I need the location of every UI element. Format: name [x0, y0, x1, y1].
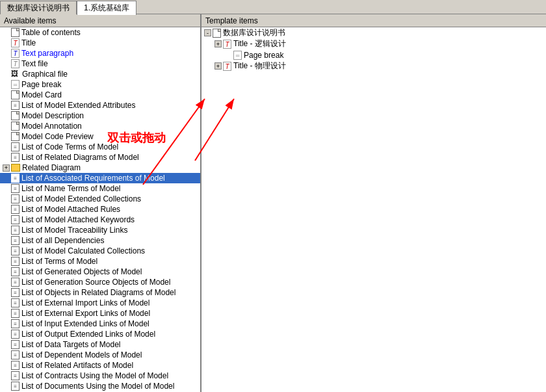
left-item-list-name-terms[interactable]: ≡List of Name Terms of Model: [0, 183, 200, 194]
left-pane: Available items Table of contentsTTitleT…: [0, 14, 202, 392]
left-item-list-related-diagrams[interactable]: ≡List of Related Diagrams of Model: [0, 152, 200, 163]
left-item-list-documents-using[interactable]: ≡List of Documents Using the Model of Mo…: [0, 381, 200, 391]
left-item-list-model-calc-coll[interactable]: ≡List of Model Calculated Collections: [0, 246, 200, 256]
right-item-label: Page break: [244, 51, 283, 60]
left-item-list-output-extended[interactable]: ≡List of Output Extended Links of Model: [0, 329, 200, 339]
item-label: Table of contents: [21, 28, 81, 37]
left-item-model-code-preview[interactable]: Model Code Preview: [0, 131, 200, 142]
right-item-0[interactable]: - 数据库设计说明书: [202, 27, 546, 38]
right-pane-content[interactable]: - 数据库设计说明书+TTitle - 逻辑设计═Page break+TTit…: [202, 27, 546, 392]
item-label: List of Model Calculated Collections: [21, 246, 145, 255]
right-pane-header: Template items: [202, 14, 546, 27]
right-item-label: Title - 逻辑设计: [233, 38, 286, 49]
item-label: Text file: [21, 59, 48, 68]
left-item-related-diagram[interactable]: +Related Diagram: [0, 163, 200, 173]
tab-active[interactable]: 1.系统基础库: [77, 1, 136, 15]
left-item-text-file[interactable]: TText file: [0, 59, 200, 69]
item-label: List of Code Terms of Model: [21, 142, 118, 151]
left-item-list-generation-source[interactable]: ≡List of Generation Source Objects of Mo…: [0, 277, 200, 287]
item-label: List of Documents Using the Model of Mod…: [21, 382, 174, 391]
item-label: List of Dependent Models of Model: [21, 350, 142, 359]
left-item-list-model-traceability[interactable]: ≡List of Model Traceability Links: [0, 225, 200, 235]
item-label: List of Contracts Using the Model of Mod…: [21, 371, 168, 380]
left-item-table-of-contents[interactable]: Table of contents: [0, 27, 200, 38]
item-label: Model Card: [21, 90, 62, 99]
item-label: List of Related Artifacts of Model: [21, 361, 133, 370]
left-item-graphical-file[interactable]: 🖼Graphical file: [0, 69, 200, 79]
item-label: List of Associated Requirements of Model: [21, 174, 165, 183]
left-item-list-related-artifacts[interactable]: ≡List of Related Artifacts of Model: [0, 360, 200, 371]
item-label: List of Data Targets of Model: [21, 340, 121, 349]
left-item-list-code-terms[interactable]: ≡List of Code Terms of Model: [0, 142, 200, 152]
left-item-list-data-targets[interactable]: ≡List of Data Targets of Model: [0, 339, 200, 350]
item-label: List of Output Extended Links of Model: [21, 330, 155, 339]
left-item-list-model-attached-rules[interactable]: ≡List of Model Attached Rules: [0, 204, 200, 215]
item-label: Model Annotation: [21, 122, 82, 131]
item-label: List of all Dependencies: [21, 236, 104, 245]
right-pane: Template items - 数据库设计说明书+TTitle - 逻辑设计═…: [202, 14, 546, 392]
left-item-list-external-export[interactable]: ≡List of External Export Links of Model: [0, 308, 200, 319]
left-item-list-contracts-using[interactable]: ≡List of Contracts Using the Model of Mo…: [0, 371, 200, 381]
left-item-page-break[interactable]: ═Page break: [0, 79, 200, 90]
item-label: Graphical file: [22, 70, 68, 79]
collapse-btn[interactable]: -: [204, 29, 211, 36]
expand-icon[interactable]: +: [3, 164, 10, 172]
left-item-title[interactable]: TTitle: [0, 38, 200, 48]
right-item-label: Title - 物理设计: [233, 60, 286, 72]
right-item-label: 数据库设计说明书: [223, 27, 285, 38]
left-pane-header: Available items: [0, 14, 200, 27]
left-item-list-model-attached-keywords[interactable]: ≡List of Model Attached Keywords: [0, 215, 200, 225]
left-item-model-annotation[interactable]: Model Annotation: [0, 121, 200, 131]
title-bar: 数据库设计说明书 1.系统基础库: [0, 0, 546, 14]
expand-btn[interactable]: +: [214, 62, 222, 70]
left-item-list-generated-objects[interactable]: ≡List of Generated Objects of Model: [0, 267, 200, 277]
left-item-list-model-extended-attrs[interactable]: ≡List of Model Extended Attributes: [0, 100, 200, 111]
right-item-2[interactable]: ═Page break: [202, 49, 546, 60]
left-item-list-dependent-models[interactable]: ≡List of Dependent Models of Model: [0, 350, 200, 360]
item-label: Page break: [21, 80, 61, 89]
item-label: List of External Import Links of Model: [21, 298, 150, 307]
left-item-list-objects-related-diagrams[interactable]: ≡List of Objects in Related Diagrams of …: [0, 287, 200, 298]
left-item-list-input-extended[interactable]: ≡List of Input Extended Links of Model: [0, 319, 200, 329]
item-label: List of Model Traceability Links: [21, 226, 127, 235]
item-label: Model Code Preview: [21, 132, 94, 141]
item-label: List of Related Diagrams of Model: [21, 153, 139, 162]
item-label: List of Model Extended Attributes: [21, 101, 135, 110]
item-label: List of Name Terms of Model: [21, 184, 121, 193]
item-label: Title: [21, 38, 36, 47]
item-label: Model Description: [21, 111, 84, 120]
item-label: List of Objects in Related Diagrams of M…: [21, 288, 176, 297]
item-label: List of Model Extended Collections: [21, 194, 141, 203]
left-item-list-external-import[interactable]: ≡List of External Import Links of Model: [0, 298, 200, 308]
expand-btn[interactable]: +: [214, 40, 222, 47]
left-item-model-card[interactable]: Model Card: [0, 90, 200, 100]
item-label: List of External Export Links of Model: [21, 309, 150, 318]
tab-main[interactable]: 数据库设计说明书: [0, 1, 77, 15]
item-label: List of Terms of Model: [21, 257, 98, 266]
item-label: Text paragraph: [21, 49, 73, 58]
left-item-list-assoc-req[interactable]: ≡List of Associated Requirements of Mode…: [0, 173, 200, 183]
left-item-list-model-ext-coll[interactable]: ≡List of Model Extended Collections: [0, 194, 200, 204]
item-label: List of Generation Source Objects of Mod…: [21, 278, 170, 287]
item-label: List of Model Attached Keywords: [21, 215, 135, 224]
left-item-list-terms-model[interactable]: ≡List of Terms of Model: [0, 256, 200, 267]
right-item-3[interactable]: +TTitle - 物理设计: [202, 60, 546, 72]
item-label: List of Input Extended Links of Model: [21, 319, 150, 328]
item-label: List of Model Attached Rules: [21, 205, 120, 214]
item-label: Related Diagram: [22, 163, 81, 172]
left-pane-content[interactable]: Table of contentsTTitleTText paragraphTT…: [0, 27, 200, 392]
right-item-1[interactable]: +TTitle - 逻辑设计: [202, 38, 546, 49]
left-item-text-paragraph[interactable]: TText paragraph: [0, 48, 200, 59]
left-item-list-all-dependencies[interactable]: ≡List of all Dependencies: [0, 235, 200, 246]
item-label: List of Generated Objects of Model: [21, 267, 142, 276]
left-item-model-description[interactable]: Model Description: [0, 111, 200, 121]
